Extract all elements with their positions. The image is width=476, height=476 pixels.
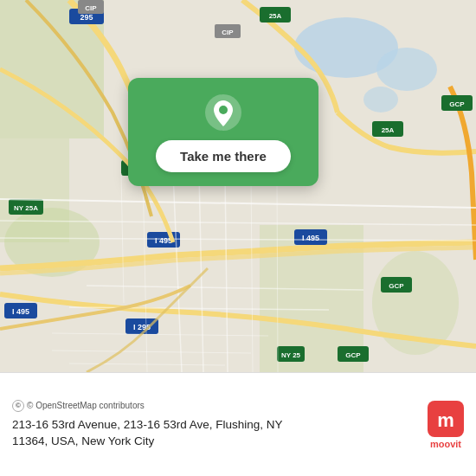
address-line2: 11364, USA, New York City bbox=[12, 434, 154, 447]
svg-text:25A: 25A bbox=[382, 126, 395, 134]
svg-text:25A: 25A bbox=[269, 12, 282, 20]
svg-text:GCP: GCP bbox=[389, 282, 404, 290]
app-container: 295 25A 25A GCP NY 25 I 495 I 495 bbox=[0, 0, 476, 476]
moovit-icon: m bbox=[428, 401, 464, 437]
map-view: 295 25A 25A GCP NY 25 I 495 I 495 bbox=[0, 0, 476, 372]
moovit-logo: m moovit bbox=[428, 401, 464, 449]
osm-credit-text: © OpenStreetMap contributors bbox=[27, 401, 145, 410]
address-text: 213-16 53rd Avenue, 213-16 53rd Ave, Flu… bbox=[12, 417, 417, 450]
svg-text:I 495: I 495 bbox=[302, 234, 319, 242]
svg-text:I 495: I 495 bbox=[12, 307, 29, 316]
moovit-label: moovit bbox=[430, 439, 461, 449]
svg-text:m: m bbox=[437, 409, 454, 431]
svg-text:GCP: GCP bbox=[449, 100, 465, 108]
bottom-info-bar: © © OpenStreetMap contributors 213-16 53… bbox=[0, 372, 476, 476]
svg-text:295: 295 bbox=[80, 13, 93, 22]
svg-text:CIP: CIP bbox=[85, 4, 97, 12]
svg-text:GCP: GCP bbox=[345, 351, 361, 359]
svg-point-3 bbox=[363, 87, 398, 113]
svg-text:NY 25A: NY 25A bbox=[14, 204, 38, 212]
address-line1: 213-16 53rd Avenue, 213-16 53rd Ave, Flu… bbox=[12, 418, 282, 431]
svg-text:NY 25: NY 25 bbox=[281, 351, 301, 359]
svg-point-55 bbox=[219, 106, 228, 114]
location-pin-icon bbox=[204, 93, 242, 132]
take-me-there-button[interactable]: Take me there bbox=[156, 140, 291, 172]
svg-text:CIP: CIP bbox=[222, 29, 234, 36]
osm-credit: © © OpenStreetMap contributors bbox=[12, 400, 417, 412]
osm-logo-icon: © bbox=[12, 400, 24, 412]
svg-point-2 bbox=[376, 48, 437, 91]
location-card: Take me there bbox=[128, 78, 318, 186]
map-svg: 295 25A 25A GCP NY 25 I 495 I 495 bbox=[0, 0, 476, 372]
address-block: © © OpenStreetMap contributors 213-16 53… bbox=[12, 400, 417, 450]
